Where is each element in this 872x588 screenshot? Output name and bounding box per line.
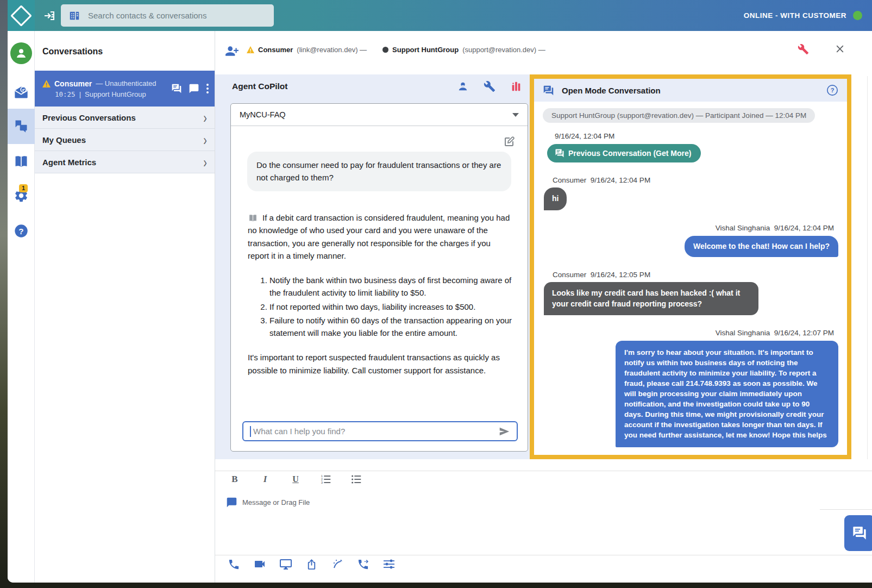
conversation-auth-status: — Unauthenticated <box>96 79 156 87</box>
chat-bubble-icon <box>226 497 237 508</box>
chevron-right-icon: › <box>203 110 207 125</box>
bold-button[interactable]: B <box>228 472 242 486</box>
open-mode-header: Open Mode Conversation ? <box>534 79 847 102</box>
open-mode-panel: Open Mode Conversation ? Support HuntGro… <box>530 74 851 459</box>
rail-item-knowledge[interactable] <box>8 153 35 168</box>
row-label: Agent Metrics <box>42 158 96 167</box>
open-chat-button[interactable] <box>844 515 872 551</box>
copilot-title: Agent CoPilot <box>232 82 287 91</box>
call-toolbar <box>228 558 396 571</box>
video-call-icon[interactable] <box>253 558 266 571</box>
copilot-search-field[interactable] <box>242 421 518 441</box>
separator: | <box>79 90 81 98</box>
consumer-name: Consumer <box>258 46 293 54</box>
open-mode-title: Open Mode Conversation <box>562 86 819 95</box>
message-meta: Consumer 9/16/24, 12:04 PM <box>553 176 842 184</box>
conversation-name: Consumer <box>54 79 92 88</box>
help-circle-icon[interactable]: ? <box>826 84 838 96</box>
search-input[interactable] <box>87 10 252 21</box>
mail-check-icon <box>14 85 29 100</box>
tune-icon[interactable] <box>382 558 396 571</box>
italic-button[interactable]: I <box>258 472 272 486</box>
svg-text:?: ? <box>831 87 835 93</box>
app-logo <box>8 0 35 31</box>
forum-icon <box>852 526 867 541</box>
rail-item-inbox[interactable] <box>8 85 35 100</box>
send-icon[interactable] <box>498 426 510 437</box>
copilot-answer: If a debit card transaction is considere… <box>248 211 514 377</box>
directory-icon <box>68 10 80 22</box>
sidebar-item-previous-conversations[interactable]: Previous Conversations › <box>35 107 215 129</box>
help-icon: ? <box>14 223 29 239</box>
rail-item-conversations[interactable] <box>8 118 35 134</box>
answer-step: Notify the bank within two business days… <box>269 274 514 299</box>
app-window: ONLINE - WITH CUSTOMER <box>8 0 872 583</box>
import-contact-icon[interactable] <box>42 8 58 23</box>
knowledge-base-select[interactable]: MyNCU-FAQ <box>231 104 528 126</box>
answer-intro: If a debit card transaction is considere… <box>248 213 510 260</box>
agent-persona-icon[interactable] <box>457 80 469 92</box>
support-detail: (support@revation.dev) — <box>462 46 545 54</box>
agent-status-label: ONLINE - WITH CUSTOMER <box>744 11 846 20</box>
forum-icon[interactable] <box>171 83 182 94</box>
divider <box>215 555 872 555</box>
chat-duo-icon <box>14 118 29 134</box>
agent-status[interactable]: ONLINE - WITH CUSTOMER <box>744 0 862 31</box>
history-timestamp: 9/16/24, 12:04 PM <box>555 132 842 140</box>
scrollbar-track[interactable] <box>867 76 868 459</box>
conversation-item-active[interactable]: Consumer — Unauthenticated 10:25 | Suppo… <box>35 71 215 107</box>
diamond-logo-icon <box>10 5 32 27</box>
chevron-down-icon <box>512 113 519 117</box>
underline-button[interactable]: U <box>288 472 303 486</box>
warning-icon <box>42 80 51 87</box>
copilot-settings-icon[interactable] <box>484 80 495 92</box>
rail-item-settings[interactable]: 1 <box>8 188 35 205</box>
sidebar-item-agent-metrics[interactable]: Agent Metrics › <box>35 151 215 173</box>
rail-item-profile[interactable] <box>9 42 33 66</box>
conversation-timer: 10:25 <box>55 90 76 98</box>
knowledge-base-value: MyNCU-FAQ <box>240 110 286 119</box>
chat-bubble-icon[interactable] <box>189 83 199 94</box>
global-search[interactable] <box>61 4 274 27</box>
message-meta: Vishal Singhania 9/16/24, 12:07 PM <box>716 329 834 337</box>
screen-share-icon[interactable] <box>279 558 292 571</box>
agent-copilot-panel: Agent CoPilot MyNCU-FAQ <box>215 74 537 459</box>
previous-conversation-label: Previous Conversation (Get More) <box>568 149 691 158</box>
message-time: 9/16/24, 12:04 PM <box>591 176 650 184</box>
svg-text:3: 3 <box>321 481 323 484</box>
phone-icon[interactable] <box>228 558 240 571</box>
conversations-title: Conversations <box>42 47 103 57</box>
copilot-question-bubble: Do the consumer need to pay for fraudule… <box>247 152 511 191</box>
sidebar-item-my-queues[interactable]: My Queues › <box>35 129 215 151</box>
book-icon <box>14 153 29 168</box>
forum-icon <box>543 85 554 96</box>
support-name: Support HuntGroup <box>392 46 459 54</box>
smart-assist-icon[interactable] <box>331 558 344 571</box>
top-bar: ONLINE - WITH CUSTOMER <box>8 0 872 31</box>
message-list: Support HuntGroup (support@revation.dev)… <box>534 102 847 454</box>
message-bubble: I'm sorry to hear about your situation. … <box>616 341 838 447</box>
divider <box>215 471 872 471</box>
kebab-menu-icon[interactable] <box>206 83 209 94</box>
presence-dot-icon <box>382 47 388 53</box>
copilot-search-input[interactable] <box>252 426 497 436</box>
edit-icon[interactable] <box>503 135 516 148</box>
call-transfer-icon[interactable] <box>357 558 369 571</box>
share-file-icon[interactable] <box>305 558 318 571</box>
message-sender: Consumer <box>553 176 586 184</box>
rail-item-help[interactable]: ? <box>8 223 35 239</box>
close-icon[interactable] <box>834 43 846 55</box>
add-participant-icon[interactable] <box>225 44 239 58</box>
wrench-icon[interactable] <box>798 43 809 55</box>
message-sender: Consumer <box>553 271 586 279</box>
message-input-area[interactable]: Message or Drag File <box>226 497 310 508</box>
bullet-list-button[interactable] <box>349 472 363 486</box>
ordered-list-button[interactable]: 1 2 3 <box>319 472 333 486</box>
insights-chart-icon[interactable] <box>510 80 522 92</box>
consumer-detail: (link@revation.dev) — <box>297 46 367 54</box>
settings-badge: 1 <box>19 184 28 192</box>
avatar <box>10 42 32 64</box>
answer-step: Failure to notify within 60 days of the … <box>269 314 514 340</box>
message-bubble: hi <box>544 187 567 210</box>
previous-conversation-button[interactable]: Previous Conversation (Get More) <box>547 144 701 162</box>
